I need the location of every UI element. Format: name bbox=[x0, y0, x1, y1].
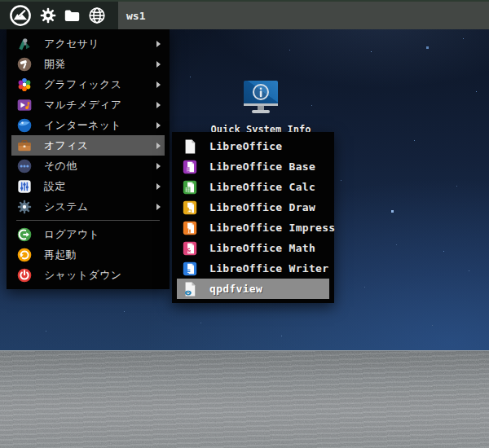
menu-item-label: 再起動 bbox=[44, 248, 77, 262]
menu-item-label: 設定 bbox=[44, 179, 66, 194]
submenu-item-label: LibreOffice Base bbox=[209, 160, 315, 173]
submenu-item-libreoffice-math[interactable]: LibreOffice Math bbox=[177, 238, 329, 258]
submenu-item-label: LibreOffice Draw bbox=[209, 201, 315, 213]
menu-item-label: 開発 bbox=[44, 57, 66, 72]
menu-logo-icon[interactable] bbox=[7, 3, 33, 28]
settings-sliders-icon bbox=[16, 178, 33, 195]
office-submenu: LibreOffice LibreOffice Base LibreOffice… bbox=[172, 132, 334, 303]
libreoffice-math-icon bbox=[182, 240, 198, 257]
menu-item-label: ログアウト bbox=[44, 227, 99, 242]
menu-item-label: オフィス bbox=[44, 138, 88, 153]
menu-separator bbox=[16, 220, 160, 221]
submenu-arrow-icon bbox=[156, 81, 161, 88]
menu-item-system[interactable]: システム bbox=[11, 196, 165, 217]
menu-item-settings[interactable]: 設定 bbox=[11, 176, 165, 196]
menu-item-internet[interactable]: インターネット bbox=[11, 115, 165, 135]
submenu-item-label: qpdfview bbox=[209, 283, 262, 295]
wallpaper-sea bbox=[0, 350, 489, 448]
submenu-arrow-icon bbox=[156, 61, 161, 68]
menu-item-label: シャットダウン bbox=[44, 268, 121, 283]
submenu-item-libreoffice-draw[interactable]: LibreOffice Draw bbox=[177, 197, 329, 217]
submenu-item-libreoffice-writer[interactable]: LibreOffice Writer bbox=[177, 258, 329, 279]
file-manager-folder-icon[interactable] bbox=[63, 7, 82, 24]
menu-item-label: アクセサリ bbox=[44, 37, 99, 51]
others-icon bbox=[16, 158, 33, 174]
multimedia-icon bbox=[16, 97, 33, 113]
sea-texture bbox=[0, 351, 489, 448]
libreoffice-writer-icon bbox=[182, 261, 198, 277]
submenu-item-label: LibreOffice Writer bbox=[209, 262, 328, 275]
menu-item-development[interactable]: 開発 bbox=[11, 54, 165, 74]
libreoffice-impress-icon bbox=[182, 220, 198, 236]
submenu-arrow-icon bbox=[156, 41, 161, 47]
web-browser-globe-icon[interactable] bbox=[87, 6, 107, 25]
submenu-arrow-icon bbox=[156, 143, 161, 149]
accessories-icon bbox=[16, 36, 33, 52]
development-icon bbox=[16, 56, 33, 72]
submenu-item-label: LibreOffice Math bbox=[209, 242, 315, 254]
system-gear-icon bbox=[16, 199, 33, 215]
office-briefcase-icon bbox=[16, 138, 33, 154]
qpdfview-icon bbox=[182, 281, 198, 297]
submenu-arrow-icon bbox=[156, 102, 161, 108]
submenu-item-qpdfview[interactable]: qpdfview bbox=[177, 279, 329, 299]
panel-launcher-area bbox=[0, 2, 118, 29]
submenu-arrow-icon bbox=[156, 183, 161, 190]
menu-item-restart[interactable]: 再起動 bbox=[11, 244, 165, 265]
menu-item-label: その他 bbox=[44, 159, 77, 173]
shutdown-icon bbox=[16, 267, 33, 283]
submenu-item-libreoffice-base[interactable]: LibreOffice Base bbox=[177, 156, 329, 177]
menu-item-label: システム bbox=[44, 200, 88, 214]
restart-icon bbox=[16, 247, 33, 263]
libreoffice-calc-icon bbox=[182, 179, 198, 195]
logout-icon bbox=[16, 226, 33, 243]
submenu-item-libreoffice-impress[interactable]: LibreOffice Impress bbox=[177, 217, 329, 238]
menu-item-graphics[interactable]: グラフィックス bbox=[11, 74, 165, 94]
workspace-label: ws1 bbox=[126, 10, 145, 22]
menu-item-multimedia[interactable]: マルチメディア bbox=[11, 94, 165, 115]
menu-item-label: グラフィックス bbox=[44, 77, 121, 92]
menu-item-label: インターネット bbox=[44, 118, 121, 133]
submenu-arrow-icon bbox=[156, 204, 161, 210]
menu-item-label: マルチメディア bbox=[44, 98, 121, 112]
monitor-info-icon bbox=[240, 79, 282, 120]
application-menu: アクセサリ 開発 グラフィックス bbox=[7, 29, 170, 289]
submenu-arrow-icon bbox=[156, 122, 161, 129]
menu-item-office[interactable]: オフィス bbox=[11, 135, 165, 156]
taskbar-workspace-button[interactable]: ws1 bbox=[118, 2, 489, 29]
submenu-item-libreoffice[interactable]: LibreOffice bbox=[177, 136, 329, 156]
graphics-icon bbox=[16, 77, 33, 93]
desktop-icon-quick-system-info[interactable]: Quick System Info bbox=[218, 79, 303, 135]
submenu-item-libreoffice-calc[interactable]: LibreOffice Calc bbox=[177, 177, 329, 197]
submenu-item-label: LibreOffice Calc bbox=[209, 181, 315, 193]
menu-item-accessories[interactable]: アクセサリ bbox=[11, 33, 165, 54]
menu-item-logout[interactable]: ログアウト bbox=[11, 224, 165, 244]
top-panel: ws1 bbox=[0, 0, 489, 29]
libreoffice-icon bbox=[182, 138, 198, 155]
submenu-item-label: LibreOffice Impress bbox=[209, 222, 335, 234]
menu-item-shutdown[interactable]: シャットダウン bbox=[11, 265, 165, 285]
libreoffice-base-icon bbox=[182, 159, 198, 175]
submenu-item-label: LibreOffice bbox=[209, 140, 282, 152]
libreoffice-draw-icon bbox=[182, 200, 198, 216]
menu-item-others[interactable]: その他 bbox=[11, 156, 165, 176]
settings-gear-icon[interactable] bbox=[39, 7, 57, 24]
submenu-arrow-icon bbox=[156, 163, 161, 169]
internet-icon bbox=[16, 117, 33, 134]
